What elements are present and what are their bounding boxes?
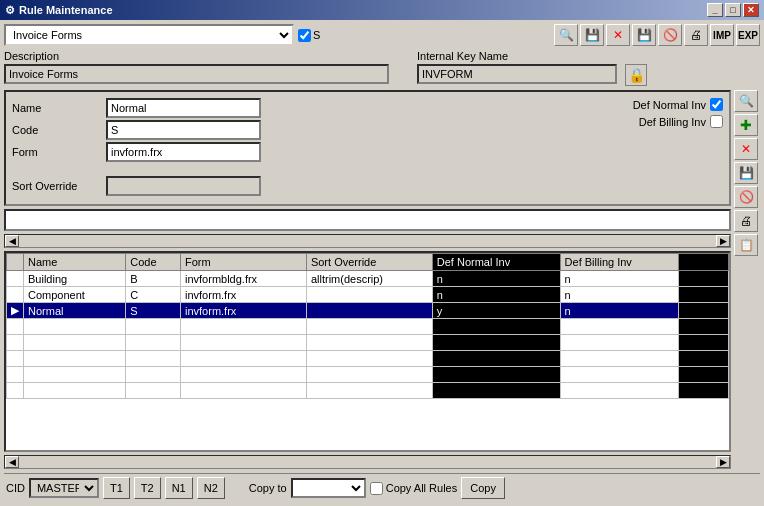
description-label: Description bbox=[4, 50, 389, 62]
code-input[interactable] bbox=[106, 120, 261, 140]
s-checkbox-label: S bbox=[298, 29, 320, 42]
save-side-button[interactable]: 💾 bbox=[734, 162, 758, 184]
side-button-panel: 🔍 ✚ ✕ 💾 🚫 🖨 📋 bbox=[734, 90, 760, 469]
code-row: Code bbox=[12, 120, 633, 140]
exp-toolbar-btn[interactable]: EXP bbox=[736, 24, 760, 46]
cell-sort-override bbox=[306, 303, 432, 319]
cell-name: Component bbox=[24, 287, 126, 303]
copy-button[interactable]: Copy bbox=[461, 477, 505, 499]
checkboxes-right: Def Normal Inv Def Billing Inv bbox=[633, 98, 723, 198]
def-billing-row: Def Billing Inv bbox=[633, 115, 723, 128]
cell-extra bbox=[679, 303, 729, 319]
cell-name: Normal bbox=[24, 303, 126, 319]
lock-icon[interactable]: 🔒 bbox=[625, 64, 647, 86]
t2-button[interactable]: T2 bbox=[134, 477, 161, 499]
cid-label: CID bbox=[6, 482, 25, 494]
description-input[interactable] bbox=[4, 64, 389, 84]
bottom-bar: CID MASTER T1 T2 N1 N2 Copy to Copy All … bbox=[4, 473, 760, 502]
name-label: Name bbox=[12, 102, 102, 114]
app-icon: ⚙ bbox=[5, 4, 15, 17]
copy-all-row: Copy All Rules bbox=[370, 482, 458, 495]
window-title: Rule Maintenance bbox=[19, 4, 113, 16]
copy-to-dropdown[interactable] bbox=[291, 478, 366, 498]
form-row-field: Form bbox=[12, 142, 633, 162]
col-code: Code bbox=[126, 254, 181, 271]
extra-side-button[interactable]: 📋 bbox=[734, 234, 758, 256]
maximize-button[interactable]: □ bbox=[725, 3, 741, 17]
form-panel: Name Code Form Sort Ov bbox=[4, 90, 731, 206]
cell-name: Building bbox=[24, 271, 126, 287]
tbl-scroll-left[interactable]: ◀ bbox=[5, 456, 19, 468]
cancel-side-button[interactable]: 🚫 bbox=[734, 186, 758, 208]
find-toolbar-btn[interactable]: 🔍 bbox=[554, 24, 578, 46]
save2-toolbar-btn[interactable]: 💾 bbox=[632, 24, 656, 46]
cell-code: B bbox=[126, 271, 181, 287]
sort-override-row: Sort Override bbox=[12, 176, 633, 196]
print-toolbar-btn[interactable]: 🖨 bbox=[684, 24, 708, 46]
def-billing-checkbox[interactable] bbox=[710, 115, 723, 128]
name-input[interactable] bbox=[106, 98, 261, 118]
data-table-wrapper: Name Code Form Sort Override Def Normal … bbox=[4, 251, 731, 452]
table-row[interactable]: Building B invformbldg.frx alltrim(descr… bbox=[7, 271, 729, 287]
toolbar-icons: 🔍 💾 ✕ 💾 🚫 🖨 IMP EXP bbox=[554, 24, 760, 46]
sort-override-input[interactable] bbox=[106, 176, 261, 196]
table-header-row: Name Code Form Sort Override Def Normal … bbox=[7, 254, 729, 271]
table-row-empty bbox=[7, 319, 729, 335]
toolbar-row: Invoice Forms S 🔍 💾 ✕ 💾 🚫 🖨 IMP EXP bbox=[4, 24, 760, 46]
table-row-empty bbox=[7, 351, 729, 367]
print-side-button[interactable]: 🖨 bbox=[734, 210, 758, 232]
data-table: Name Code Form Sort Override Def Normal … bbox=[6, 253, 729, 399]
scroll-left-btn[interactable]: ◀ bbox=[5, 235, 19, 247]
table-row[interactable]: Component C invform.frx n n bbox=[7, 287, 729, 303]
save-toolbar-btn[interactable]: 💾 bbox=[580, 24, 604, 46]
copy-all-label: Copy All Rules bbox=[386, 482, 458, 494]
cell-sort-override: alltrim(descrip) bbox=[306, 271, 432, 287]
n2-button[interactable]: N2 bbox=[197, 477, 225, 499]
text-area bbox=[4, 209, 731, 231]
n1-button[interactable]: N1 bbox=[165, 477, 193, 499]
t1-button[interactable]: T1 bbox=[103, 477, 130, 499]
scroll-track bbox=[19, 235, 716, 247]
close-button[interactable]: ✕ bbox=[743, 3, 759, 17]
add-side-button[interactable]: ✚ bbox=[734, 114, 758, 136]
desc-row: Description Internal Key Name 🔒 bbox=[4, 50, 760, 86]
cell-form: invform.frx bbox=[180, 303, 306, 319]
cell-def-billing: n bbox=[560, 271, 678, 287]
copy-all-checkbox[interactable] bbox=[370, 482, 383, 495]
cell-def-billing: n bbox=[560, 303, 678, 319]
table-row-empty bbox=[7, 367, 729, 383]
imp-toolbar-btn[interactable]: IMP bbox=[710, 24, 734, 46]
copy-to-label: Copy to bbox=[249, 482, 287, 494]
cell-def-normal: n bbox=[432, 271, 560, 287]
master-dropdown[interactable]: MASTER bbox=[29, 478, 99, 498]
internal-key-label: Internal Key Name bbox=[417, 50, 617, 62]
table-h-scrollbar[interactable]: ◀ ▶ bbox=[4, 455, 731, 469]
cell-code: S bbox=[126, 303, 181, 319]
tbl-scroll-right[interactable]: ▶ bbox=[716, 456, 730, 468]
def-normal-row: Def Normal Inv bbox=[633, 98, 723, 111]
h-scrollbar[interactable]: ◀ ▶ bbox=[4, 234, 731, 248]
def-normal-checkbox[interactable] bbox=[710, 98, 723, 111]
rule-dropdown[interactable]: Invoice Forms bbox=[4, 24, 294, 46]
col-def-normal: Def Normal Inv bbox=[432, 254, 560, 271]
row-marker: ▶ bbox=[7, 303, 24, 319]
internal-key-input[interactable] bbox=[417, 64, 617, 84]
row-marker bbox=[7, 271, 24, 287]
form-input[interactable] bbox=[106, 142, 261, 162]
cell-extra bbox=[679, 271, 729, 287]
main-content: Name Code Form Sort Ov bbox=[4, 90, 731, 469]
s-checkbox[interactable] bbox=[298, 29, 311, 42]
find-side-button[interactable]: 🔍 bbox=[734, 90, 758, 112]
delete-side-button[interactable]: ✕ bbox=[734, 138, 758, 160]
name-row: Name bbox=[12, 98, 633, 118]
cell-def-billing: n bbox=[560, 287, 678, 303]
minimize-button[interactable]: _ bbox=[707, 3, 723, 17]
table-row-empty bbox=[7, 383, 729, 399]
cell-sort-override bbox=[306, 287, 432, 303]
delete-toolbar-btn[interactable]: ✕ bbox=[606, 24, 630, 46]
cancel-toolbar-btn[interactable]: 🚫 bbox=[658, 24, 682, 46]
scroll-right-btn[interactable]: ▶ bbox=[716, 235, 730, 247]
cell-code: C bbox=[126, 287, 181, 303]
col-name: Name bbox=[24, 254, 126, 271]
table-row[interactable]: ▶ Normal S invform.frx y n bbox=[7, 303, 729, 319]
